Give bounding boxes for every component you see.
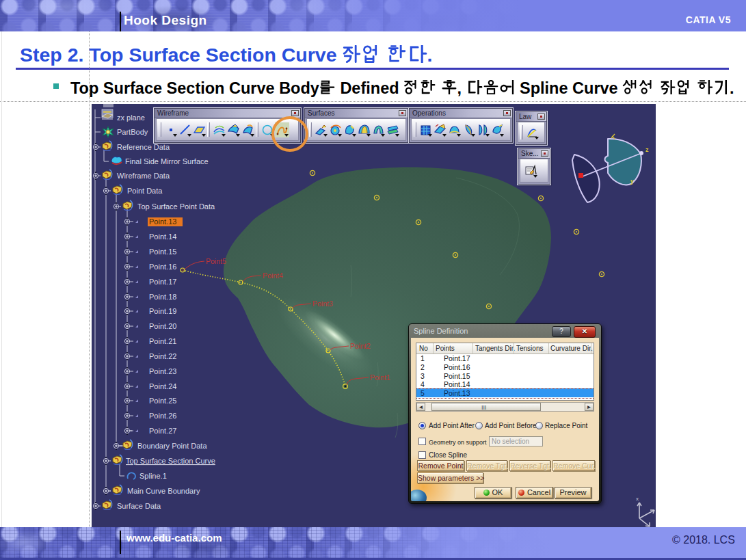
svg-text:Reference Data: Reference Data	[117, 143, 170, 151]
svg-text:Point2: Point2	[350, 342, 371, 350]
svg-text:Point.13: Point.13	[149, 217, 176, 226]
svg-text:Point.19: Point.19	[149, 307, 176, 315]
svg-text:Point1: Point1	[370, 373, 390, 382]
svg-text:y: y	[630, 178, 634, 185]
svg-text:Top Surface Point Data: Top Surface Point Data	[137, 202, 215, 211]
svg-text:Point.17: Point.17	[149, 278, 176, 286]
svg-text:Point.14: Point.14	[149, 232, 176, 241]
svg-text:Final Side Mirror Surface: Final Side Mirror Surface	[125, 157, 209, 165]
svg-text:Point.21: Point.21	[149, 337, 176, 345]
svg-text:Point.24: Point.24	[149, 382, 176, 390]
svg-text:Boundary Point Data: Boundary Point Data	[137, 442, 207, 450]
svg-text:Point.23: Point.23	[149, 367, 176, 375]
svg-text:x: x	[636, 496, 639, 502]
svg-text:Point Data: Point Data	[127, 187, 163, 195]
svg-text:Point.22: Point.22	[149, 352, 176, 360]
svg-text:Surface Data: Surface Data	[117, 502, 161, 510]
svg-text:z: z	[645, 146, 649, 153]
svg-text:Point.15: Point.15	[149, 248, 176, 256]
svg-text:Main Curve Boundary: Main Curve Boundary	[127, 487, 200, 495]
svg-text:Point.16: Point.16	[149, 263, 176, 271]
svg-text:Point5: Point5	[206, 257, 226, 265]
svg-text:Point.26: Point.26	[149, 412, 176, 420]
svg-text:PartBody: PartBody	[117, 128, 148, 136]
svg-text:Point.27: Point.27	[149, 427, 176, 435]
svg-text:Spline.1: Spline.1	[139, 472, 167, 480]
svg-text:Point4: Point4	[263, 271, 283, 280]
svg-text:Point.20: Point.20	[149, 322, 176, 330]
svg-text:zx plane: zx plane	[117, 114, 145, 122]
svg-text:Top Surface Section Curve: Top Surface Section Curve	[126, 457, 215, 465]
svg-text:Wireframe Data: Wireframe Data	[117, 172, 170, 180]
svg-text:Point.25: Point.25	[149, 397, 176, 405]
svg-text:Point.18: Point.18	[149, 293, 176, 301]
svg-text:Point3: Point3	[312, 299, 333, 308]
